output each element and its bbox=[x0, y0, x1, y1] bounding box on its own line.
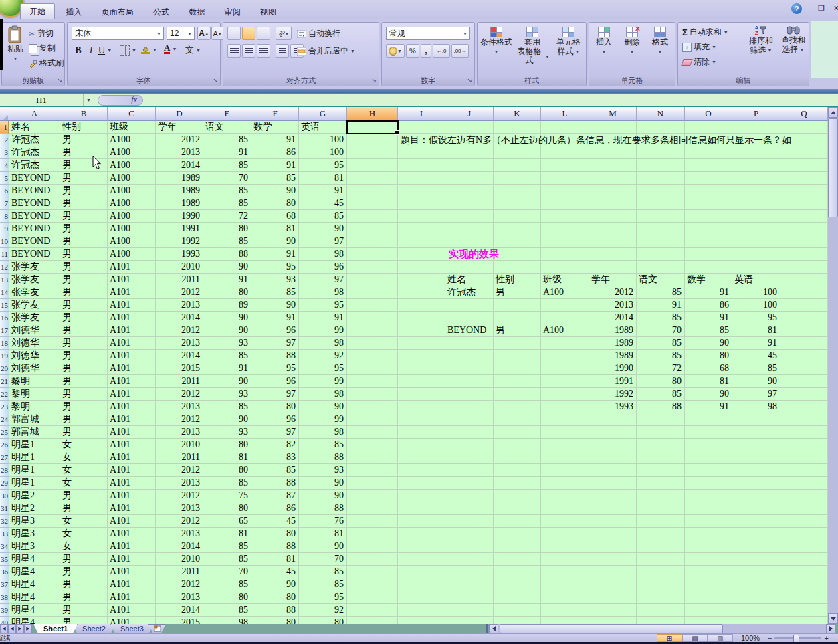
cell-E21[interactable]: 90 bbox=[203, 375, 251, 388]
cell-C16[interactable]: A101 bbox=[108, 312, 156, 324]
increase-decimal-button[interactable]: ←.0 bbox=[433, 44, 450, 58]
cell-N37[interactable] bbox=[637, 578, 685, 591]
cell-I35[interactable] bbox=[398, 553, 445, 566]
bold-button[interactable]: B bbox=[73, 45, 84, 56]
cell-E27[interactable]: 81 bbox=[203, 451, 251, 464]
cell-F6[interactable]: 90 bbox=[251, 185, 299, 197]
cell-I16[interactable] bbox=[398, 312, 445, 324]
cell-A35[interactable]: 明星4 bbox=[9, 553, 60, 566]
font-dialog-launcher[interactable]: ↘ bbox=[213, 76, 218, 85]
cell-G6[interactable]: 91 bbox=[299, 185, 347, 197]
cell-B40[interactable]: 男 bbox=[60, 617, 108, 624]
cell-Q1[interactable] bbox=[780, 121, 828, 134]
cell-C12[interactable]: A101 bbox=[108, 261, 156, 274]
cell-F8[interactable]: 68 bbox=[251, 210, 299, 223]
cell-G24[interactable]: 99 bbox=[299, 413, 347, 426]
cell-A26[interactable]: 明星1 bbox=[9, 439, 60, 451]
cell-O39[interactable] bbox=[685, 604, 732, 617]
cell-E7[interactable]: 85 bbox=[203, 197, 251, 210]
cell-K7[interactable] bbox=[494, 197, 541, 210]
cell-E38[interactable]: 80 bbox=[203, 591, 251, 604]
cell-L8[interactable] bbox=[541, 210, 589, 223]
cell-K35[interactable] bbox=[494, 553, 541, 566]
cell-I20[interactable] bbox=[398, 362, 445, 375]
cell-I6[interactable] bbox=[398, 185, 445, 197]
cell-L35[interactable] bbox=[541, 553, 589, 566]
cell-P22[interactable]: 97 bbox=[732, 388, 780, 401]
name-box-dropdown[interactable]: ▼ bbox=[83, 94, 94, 106]
cell-O8[interactable] bbox=[685, 210, 732, 223]
tab-review[interactable]: 审阅 bbox=[216, 5, 249, 19]
cell-J25[interactable] bbox=[445, 426, 494, 439]
cell-G13[interactable]: 97 bbox=[299, 274, 347, 286]
cell-L28[interactable] bbox=[541, 464, 589, 477]
cell-G38[interactable]: 95 bbox=[299, 591, 347, 604]
cell-M36[interactable] bbox=[589, 566, 637, 578]
cell-C14[interactable]: A101 bbox=[108, 286, 156, 299]
cell-O12[interactable] bbox=[685, 261, 732, 274]
accounting-format-button[interactable]: ▼ bbox=[386, 44, 405, 58]
cell-F10[interactable]: 90 bbox=[251, 235, 299, 248]
cell-E25[interactable]: 93 bbox=[203, 426, 251, 439]
tab-home[interactable]: 开始 bbox=[20, 3, 55, 19]
cell-L23[interactable] bbox=[541, 401, 589, 413]
cell-A22[interactable]: 黎明 bbox=[9, 388, 60, 401]
cell-C22[interactable]: A101 bbox=[108, 388, 156, 401]
cell-D13[interactable]: 2011 bbox=[156, 274, 203, 286]
cell-O27[interactable] bbox=[685, 451, 732, 464]
cell-D23[interactable]: 2013 bbox=[156, 401, 203, 413]
cell-O23[interactable]: 91 bbox=[685, 401, 732, 413]
row-header-8[interactable]: 8 bbox=[0, 210, 9, 223]
cell-C2[interactable]: A100 bbox=[108, 134, 156, 146]
cell-G7[interactable]: 45 bbox=[299, 197, 347, 210]
cell-N22[interactable]: 85 bbox=[637, 388, 685, 401]
row-header-22[interactable]: 22 bbox=[0, 388, 9, 401]
cell-A38[interactable]: 明星4 bbox=[9, 591, 60, 604]
italic-button[interactable]: I bbox=[86, 45, 96, 56]
cell-B21[interactable]: 男 bbox=[60, 375, 108, 388]
zoom-slider-track[interactable] bbox=[774, 637, 821, 639]
scroll-down-button[interactable] bbox=[828, 613, 838, 624]
cell-J18[interactable] bbox=[445, 337, 494, 350]
cell-B15[interactable]: 男 bbox=[60, 299, 108, 312]
cell-B18[interactable]: 男 bbox=[60, 337, 108, 350]
column-header-A[interactable]: A bbox=[9, 107, 60, 121]
cell-E2[interactable]: 85 bbox=[203, 134, 251, 146]
cell-L14[interactable]: A100 bbox=[541, 286, 589, 299]
cell-L36[interactable] bbox=[541, 566, 589, 578]
cell-Q5[interactable] bbox=[780, 172, 828, 185]
row-header-3[interactable]: 3 bbox=[0, 146, 9, 159]
row-header-9[interactable]: 9 bbox=[0, 223, 9, 235]
cell-C28[interactable]: A101 bbox=[108, 464, 156, 477]
cell-N30[interactable] bbox=[637, 490, 685, 502]
cell-J7[interactable] bbox=[445, 197, 494, 210]
cell-G34[interactable]: 90 bbox=[299, 540, 347, 553]
cell-O21[interactable]: 81 bbox=[685, 375, 732, 388]
cell-D14[interactable]: 2012 bbox=[156, 286, 203, 299]
cell-K38[interactable] bbox=[494, 591, 541, 604]
cell-F16[interactable]: 91 bbox=[251, 312, 299, 324]
cell-A1[interactable]: 姓名 bbox=[9, 121, 60, 134]
cell-N28[interactable] bbox=[637, 464, 685, 477]
cell-M13[interactable]: 学年 bbox=[589, 274, 637, 286]
cell-K33[interactable] bbox=[494, 528, 541, 540]
cell-I13[interactable] bbox=[398, 274, 445, 286]
row-header-10[interactable]: 10 bbox=[0, 235, 9, 248]
cell-P9[interactable] bbox=[732, 223, 780, 235]
cell-B29[interactable]: 女 bbox=[60, 477, 108, 490]
cell-D30[interactable]: 2012 bbox=[156, 490, 203, 502]
selected-cell-H1[interactable] bbox=[346, 120, 399, 134]
cell-O1[interactable] bbox=[685, 121, 732, 134]
cell-M19[interactable]: 1989 bbox=[589, 350, 637, 362]
number-format-combo[interactable]: 常规▼ bbox=[386, 27, 470, 40]
cell-D12[interactable]: 2010 bbox=[156, 261, 203, 274]
cell-P31[interactable] bbox=[732, 502, 780, 515]
cell-K13[interactable]: 性别 bbox=[494, 274, 541, 286]
align-middle-button[interactable] bbox=[242, 27, 255, 40]
cell-F4[interactable]: 91 bbox=[251, 159, 299, 172]
cell-E20[interactable]: 91 bbox=[203, 362, 251, 375]
cell-K9[interactable] bbox=[494, 223, 541, 235]
cell-E40[interactable]: 98 bbox=[203, 617, 251, 624]
cell-L9[interactable] bbox=[541, 223, 589, 235]
cell-E3[interactable]: 91 bbox=[203, 146, 251, 159]
